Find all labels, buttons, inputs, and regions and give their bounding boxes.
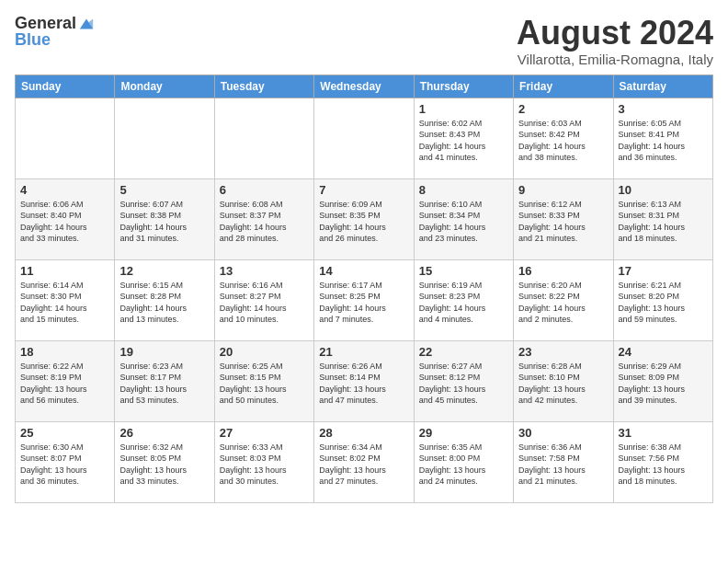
calendar-cell: 5Sunrise: 6:07 AM Sunset: 8:38 PM Daylig…: [115, 178, 214, 259]
logo-text-blue: Blue: [15, 31, 51, 50]
day-number: 6: [220, 183, 309, 197]
day-info: Sunrise: 6:10 AM Sunset: 8:34 PM Dayligh…: [419, 199, 508, 245]
calendar-cell: 20Sunrise: 6:25 AM Sunset: 8:15 PM Dayli…: [214, 340, 313, 421]
logo: General Blue: [15, 15, 95, 50]
day-number: 30: [518, 426, 608, 440]
day-info: Sunrise: 6:06 AM Sunset: 8:40 PM Dayligh…: [20, 199, 109, 245]
day-info: Sunrise: 6:15 AM Sunset: 8:28 PM Dayligh…: [119, 280, 209, 326]
day-number: 4: [20, 183, 109, 197]
weekday-header-sunday: Sunday: [16, 75, 115, 98]
day-info: Sunrise: 6:25 AM Sunset: 8:15 PM Dayligh…: [220, 361, 309, 407]
calendar-cell: 10Sunrise: 6:13 AM Sunset: 8:31 PM Dayli…: [613, 178, 712, 259]
calendar-cell: 28Sunrise: 6:34 AM Sunset: 8:02 PM Dayli…: [314, 421, 414, 502]
day-info: Sunrise: 6:35 AM Sunset: 8:00 PM Dayligh…: [419, 442, 508, 488]
calendar-cell: 17Sunrise: 6:21 AM Sunset: 8:20 PM Dayli…: [613, 259, 712, 340]
day-number: 21: [319, 345, 408, 359]
day-info: Sunrise: 6:16 AM Sunset: 8:27 PM Dayligh…: [220, 280, 309, 326]
calendar-cell: 3Sunrise: 6:05 AM Sunset: 8:41 PM Daylig…: [613, 98, 712, 178]
day-number: 3: [619, 102, 708, 116]
day-info: Sunrise: 6:20 AM Sunset: 8:22 PM Dayligh…: [518, 280, 608, 326]
day-info: Sunrise: 6:14 AM Sunset: 8:30 PM Dayligh…: [20, 280, 109, 326]
weekday-header-thursday: Thursday: [414, 75, 513, 98]
day-info: Sunrise: 6:22 AM Sunset: 8:19 PM Dayligh…: [20, 361, 109, 407]
day-number: 8: [419, 183, 508, 197]
day-number: 2: [518, 102, 608, 116]
calendar-cell: 13Sunrise: 6:16 AM Sunset: 8:27 PM Dayli…: [214, 259, 313, 340]
weekday-header-wednesday: Wednesday: [314, 75, 414, 98]
title-block: August 2024 Villarotta, Emilia-Romagna, …: [517, 15, 713, 67]
calendar-title: August 2024: [517, 15, 713, 52]
calendar-cell: 29Sunrise: 6:35 AM Sunset: 8:00 PM Dayli…: [414, 421, 513, 502]
day-info: Sunrise: 6:26 AM Sunset: 8:14 PM Dayligh…: [319, 361, 408, 407]
day-info: Sunrise: 6:38 AM Sunset: 7:56 PM Dayligh…: [619, 442, 708, 488]
day-number: 12: [119, 264, 209, 278]
calendar-cell: 1Sunrise: 6:02 AM Sunset: 8:43 PM Daylig…: [414, 98, 513, 178]
day-number: 14: [319, 264, 408, 278]
calendar-table: SundayMondayTuesdayWednesdayThursdayFrid…: [15, 75, 713, 503]
day-number: 28: [319, 426, 408, 440]
calendar-cell: 22Sunrise: 6:27 AM Sunset: 8:12 PM Dayli…: [414, 340, 513, 421]
calendar-cell: 27Sunrise: 6:33 AM Sunset: 8:03 PM Dayli…: [214, 421, 313, 502]
calendar-cell: 15Sunrise: 6:19 AM Sunset: 8:23 PM Dayli…: [414, 259, 513, 340]
day-info: Sunrise: 6:28 AM Sunset: 8:10 PM Dayligh…: [518, 361, 608, 407]
weekday-header-friday: Friday: [514, 75, 613, 98]
calendar-cell: 2Sunrise: 6:03 AM Sunset: 8:42 PM Daylig…: [514, 98, 613, 178]
calendar-cell: 21Sunrise: 6:26 AM Sunset: 8:14 PM Dayli…: [314, 340, 414, 421]
day-number: 9: [518, 183, 608, 197]
day-info: Sunrise: 6:08 AM Sunset: 8:37 PM Dayligh…: [220, 199, 309, 245]
day-number: 11: [20, 264, 109, 278]
calendar-cell: 11Sunrise: 6:14 AM Sunset: 8:30 PM Dayli…: [16, 259, 115, 340]
day-info: Sunrise: 6:36 AM Sunset: 7:58 PM Dayligh…: [518, 442, 608, 488]
day-number: 5: [119, 183, 209, 197]
weekday-header-saturday: Saturday: [613, 75, 712, 98]
calendar-week-row: 1Sunrise: 6:02 AM Sunset: 8:43 PM Daylig…: [16, 98, 713, 178]
calendar-cell: 31Sunrise: 6:38 AM Sunset: 7:56 PM Dayli…: [613, 421, 712, 502]
calendar-cell: 14Sunrise: 6:17 AM Sunset: 8:25 PM Dayli…: [314, 259, 414, 340]
weekday-header-monday: Monday: [115, 75, 214, 98]
day-info: Sunrise: 6:02 AM Sunset: 8:43 PM Dayligh…: [419, 118, 508, 164]
day-info: Sunrise: 6:13 AM Sunset: 8:31 PM Dayligh…: [619, 199, 708, 245]
calendar-cell: 25Sunrise: 6:30 AM Sunset: 8:07 PM Dayli…: [16, 421, 115, 502]
day-info: Sunrise: 6:12 AM Sunset: 8:33 PM Dayligh…: [518, 199, 608, 245]
calendar-cell: [214, 98, 313, 178]
day-number: 23: [518, 345, 608, 359]
calendar-cell: 24Sunrise: 6:29 AM Sunset: 8:09 PM Dayli…: [613, 340, 712, 421]
calendar-week-row: 11Sunrise: 6:14 AM Sunset: 8:30 PM Dayli…: [16, 259, 713, 340]
calendar-cell: [16, 98, 115, 178]
day-info: Sunrise: 6:34 AM Sunset: 8:02 PM Dayligh…: [319, 442, 408, 488]
logo-icon: [78, 16, 95, 32]
day-number: 31: [619, 426, 708, 440]
day-number: 16: [518, 264, 608, 278]
calendar-cell: 18Sunrise: 6:22 AM Sunset: 8:19 PM Dayli…: [16, 340, 115, 421]
day-info: Sunrise: 6:30 AM Sunset: 8:07 PM Dayligh…: [20, 442, 109, 488]
day-number: 27: [220, 426, 309, 440]
calendar-cell: 19Sunrise: 6:23 AM Sunset: 8:17 PM Dayli…: [115, 340, 214, 421]
weekday-header-tuesday: Tuesday: [214, 75, 313, 98]
day-number: 25: [20, 426, 109, 440]
calendar-week-row: 4Sunrise: 6:06 AM Sunset: 8:40 PM Daylig…: [16, 178, 713, 259]
day-info: Sunrise: 6:03 AM Sunset: 8:42 PM Dayligh…: [518, 118, 608, 164]
day-number: 15: [419, 264, 508, 278]
calendar-week-row: 18Sunrise: 6:22 AM Sunset: 8:19 PM Dayli…: [16, 340, 713, 421]
day-info: Sunrise: 6:07 AM Sunset: 8:38 PM Dayligh…: [119, 199, 209, 245]
day-number: 24: [619, 345, 708, 359]
day-info: Sunrise: 6:05 AM Sunset: 8:41 PM Dayligh…: [619, 118, 708, 164]
day-number: 29: [419, 426, 508, 440]
day-info: Sunrise: 6:21 AM Sunset: 8:20 PM Dayligh…: [619, 280, 708, 326]
calendar-cell: 23Sunrise: 6:28 AM Sunset: 8:10 PM Dayli…: [514, 340, 613, 421]
calendar-cell: 9Sunrise: 6:12 AM Sunset: 8:33 PM Daylig…: [514, 178, 613, 259]
calendar-cell: 26Sunrise: 6:32 AM Sunset: 8:05 PM Dayli…: [115, 421, 214, 502]
day-number: 20: [220, 345, 309, 359]
calendar-cell: [115, 98, 214, 178]
day-number: 19: [119, 345, 209, 359]
day-number: 26: [119, 426, 209, 440]
calendar-week-row: 25Sunrise: 6:30 AM Sunset: 8:07 PM Dayli…: [16, 421, 713, 502]
day-info: Sunrise: 6:09 AM Sunset: 8:35 PM Dayligh…: [319, 199, 408, 245]
day-info: Sunrise: 6:17 AM Sunset: 8:25 PM Dayligh…: [319, 280, 408, 326]
calendar-subtitle: Villarotta, Emilia-Romagna, Italy: [517, 52, 713, 67]
calendar-cell: 12Sunrise: 6:15 AM Sunset: 8:28 PM Dayli…: [115, 259, 214, 340]
day-info: Sunrise: 6:19 AM Sunset: 8:23 PM Dayligh…: [419, 280, 508, 326]
day-info: Sunrise: 6:29 AM Sunset: 8:09 PM Dayligh…: [619, 361, 708, 407]
calendar-cell: 8Sunrise: 6:10 AM Sunset: 8:34 PM Daylig…: [414, 178, 513, 259]
calendar-cell: 16Sunrise: 6:20 AM Sunset: 8:22 PM Dayli…: [514, 259, 613, 340]
